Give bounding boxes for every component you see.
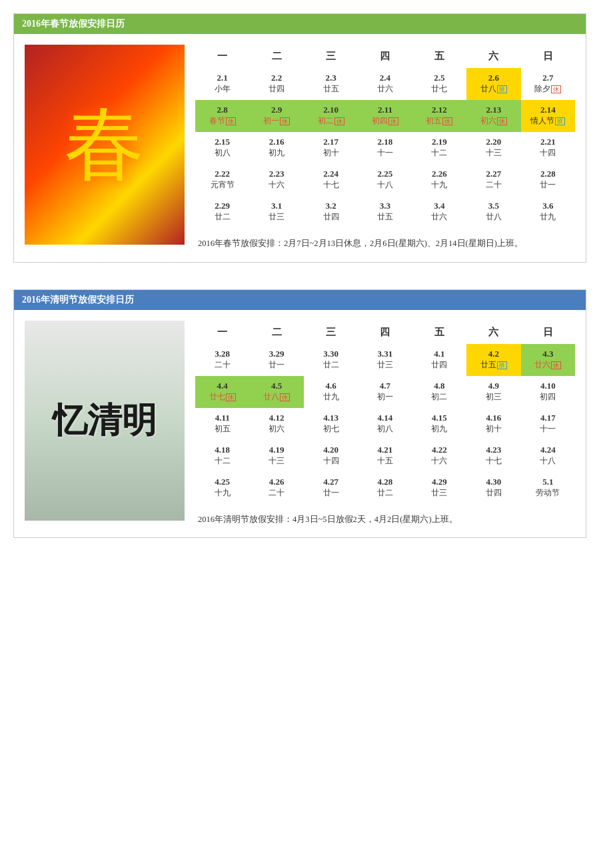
qingming-calendar: 一 二 三 四 五 六 日 3.28 (195, 321, 575, 527)
qm-day-4.17: 4.17 十一 (521, 408, 575, 440)
spring-day-3.3: 3.3 廿五 (358, 196, 412, 228)
qm-day-4.28: 4.28 廿二 (358, 472, 412, 504)
qm-row-2: 4.4 廿七休 4.5 廿八休 4.6 (195, 376, 575, 408)
qm-day-4.9: 4.9 初三 (466, 376, 520, 408)
qingming-header: 2016年清明节放假安排日历 (14, 290, 586, 310)
qm-day-4.13: 4.13 初七 (304, 408, 358, 440)
qm-day-4.5: 4.5 廿八休 (249, 376, 303, 408)
spring-day-2.1: 2.1 小年 (195, 68, 249, 100)
weekday-2: 二 (249, 45, 303, 68)
qm-day-5.1: 5.1 劳动节 (521, 472, 575, 504)
spring-day-2.18: 2.18 十一 (358, 132, 412, 164)
spring-day-3.2: 3.2 廿四 (304, 196, 358, 228)
qingming-note: 2016年清明节放假安排：4月3日~5日放假2天，4月2日(星期六)上班。 (195, 512, 575, 527)
qm-day-4.11: 4.11 初五 (195, 408, 249, 440)
spring-day-2.4: 2.4 廿六 (358, 68, 412, 100)
qm-day-4.2: 4.2 廿五班 (466, 344, 520, 376)
spring-row-4: 2.22 元宵节 2.23 十六 2.24 (195, 164, 575, 196)
spring-day-2.8: 2.8 春节休 (195, 100, 249, 132)
qingming-table: 一 二 三 四 五 六 日 3.28 (195, 321, 575, 504)
qm-day-3.31: 3.31 廿三 (358, 344, 412, 376)
spring-day-2.17: 2.17 初十 (304, 132, 358, 164)
qingming-illustration: 忆清明 (25, 321, 185, 521)
spring-day-2.13: 2.13 初六休 (466, 100, 520, 132)
qm-day-3.30: 3.30 廿二 (304, 344, 358, 376)
weekday-1: 一 (195, 45, 249, 68)
qingming-header-text: 2016年清明节放假安排日历 (22, 295, 134, 305)
spring-day-2.28: 2.28 廿一 (521, 164, 575, 196)
spring-day-2.23: 2.23 十六 (249, 164, 303, 196)
qm-day-4.29: 4.29 廿三 (412, 472, 466, 504)
qm-weekday-5: 五 (412, 321, 466, 344)
spring-body: 一 二 三 四 五 六 日 2.1 (14, 34, 586, 262)
spring-day-3.5: 3.5 廿八 (466, 196, 520, 228)
qm-weekday-2: 二 (249, 321, 303, 344)
qm-day-4.26: 4.26 二十 (249, 472, 303, 504)
spring-calendar: 一 二 三 四 五 六 日 2.1 (195, 45, 575, 251)
spring-row-3: 2.15 初八 2.16 初九 2.17 (195, 132, 575, 164)
qm-day-4.7: 4.7 初一 (358, 376, 412, 408)
qm-day-4.27: 4.27 廿一 (304, 472, 358, 504)
spring-illustration (25, 45, 185, 245)
qm-day-4.22: 4.22 十六 (412, 440, 466, 472)
spring-day-2.14: 2.14 情人节班 (521, 100, 575, 132)
spring-day-2.6: 2.6 廿八班 (466, 68, 520, 100)
spring-row-1: 2.1 小年 2.2 廿四 2.3 (195, 68, 575, 100)
spring-day-2.21: 2.21 十四 (521, 132, 575, 164)
spring-table: 一 二 三 四 五 六 日 2.1 (195, 45, 575, 228)
spring-day-2.25: 2.25 十八 (358, 164, 412, 196)
weekday-3: 三 (304, 45, 358, 68)
qm-day-4.6: 4.6 廿九 (304, 376, 358, 408)
weekday-4: 四 (358, 45, 412, 68)
spring-day-2.20: 2.20 十三 (466, 132, 520, 164)
spring-day-2.2: 2.2 廿四 (249, 68, 303, 100)
qm-day-4.8: 4.8 初二 (412, 376, 466, 408)
spring-day-2.12: 2.12 初五休 (412, 100, 466, 132)
qm-weekday-6: 六 (466, 321, 520, 344)
spring-day-2.5: 2.5 廿七 (412, 68, 466, 100)
spring-note: 2016年春节放假安排：2月7日~2月13日休息，2月6日(星期六)、2月14日… (195, 236, 575, 251)
weekday-5: 五 (412, 45, 466, 68)
spring-day-2.9: 2.9 初一休 (249, 100, 303, 132)
spring-day-2.15: 2.15 初八 (195, 132, 249, 164)
spring-row-2: 2.8 春节休 2.9 初一休 2.10 (195, 100, 575, 132)
spring-image (25, 45, 185, 245)
spring-day-2.11: 2.11 初四休 (358, 100, 412, 132)
spring-day-2.26: 2.26 十九 (412, 164, 466, 196)
qm-day-4.21: 4.21 十五 (358, 440, 412, 472)
spring-festival-section: 2016年春节放假安排日历 一 二 三 四 五 六 日 (13, 13, 586, 263)
spring-day-3.6: 3.6 廿九 (521, 196, 575, 228)
qm-day-4.14: 4.14 初八 (358, 408, 412, 440)
weekday-7: 日 (521, 45, 575, 68)
qm-day-4.12: 4.12 初六 (249, 408, 303, 440)
qm-row-3: 4.11 初五 4.12 初六 4.13 (195, 408, 575, 440)
qm-weekday-3: 三 (304, 321, 358, 344)
qm-day-4.10: 4.10 初四 (521, 376, 575, 408)
qm-weekday-1: 一 (195, 321, 249, 344)
spring-day-2.24: 2.24 十七 (304, 164, 358, 196)
qm-day-4.4: 4.4 廿七休 (195, 376, 249, 408)
qm-day-4.19: 4.19 十三 (249, 440, 303, 472)
qm-day-3.28: 3.28 二十 (195, 344, 249, 376)
qm-day-4.20: 4.20 十四 (304, 440, 358, 472)
spring-day-2.22: 2.22 元宵节 (195, 164, 249, 196)
qm-day-4.23: 4.23 十七 (466, 440, 520, 472)
spring-row-5: 2.29 廿二 3.1 廿三 3.2 (195, 196, 575, 228)
qm-day-4.3: 4.3 廿六休 (521, 344, 575, 376)
spring-day-3.1: 3.1 廿三 (249, 196, 303, 228)
spring-header: 2016年春节放假安排日历 (14, 14, 586, 34)
qm-day-4.24: 4.24 十八 (521, 440, 575, 472)
spring-day-2.19: 2.19 十二 (412, 132, 466, 164)
spring-day-2.7: 2.7 除夕休 (521, 68, 575, 100)
spring-header-text: 2016年春节放假安排日历 (22, 19, 125, 29)
qm-day-4.1: 4.1 廿四 (412, 344, 466, 376)
spring-day-2.27: 2.27 二十 (466, 164, 520, 196)
qm-row-5: 4.25 十九 4.26 二十 4.27 (195, 472, 575, 504)
spring-day-2.29: 2.29 廿二 (195, 196, 249, 228)
qm-day-3.29: 3.29 廿一 (249, 344, 303, 376)
spring-day-3.4: 3.4 廿六 (412, 196, 466, 228)
qm-weekday-4: 四 (358, 321, 412, 344)
spring-day-2.3: 2.3 廿五 (304, 68, 358, 100)
spring-day-2.16: 2.16 初九 (249, 132, 303, 164)
qingming-image: 忆清明 (25, 321, 185, 521)
